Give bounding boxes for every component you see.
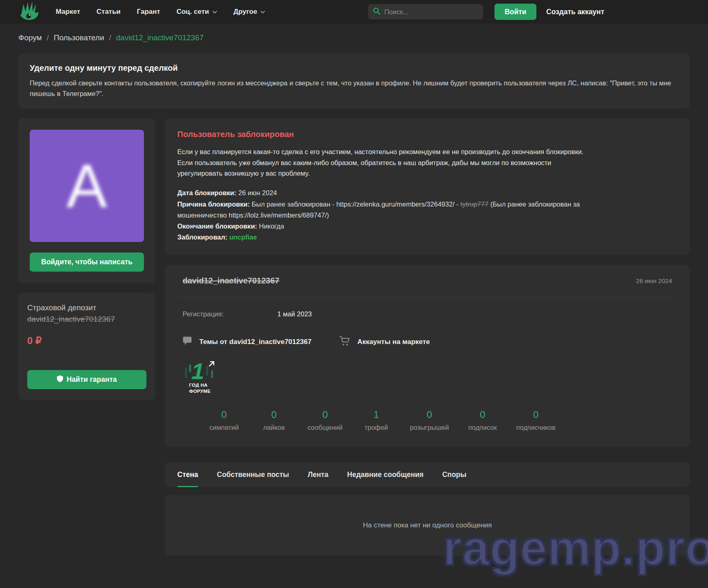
stat-giveaways[interactable]: 0 розыгрышей <box>410 409 449 431</box>
eye-logo-icon <box>18 1 39 22</box>
stat-label: лайков <box>258 424 290 431</box>
wall-empty-message: На стене пока нет ни одного сообщения <box>363 521 492 529</box>
notice-title: Уделите одну минуту перед сделкой <box>30 63 678 73</box>
stat-followers[interactable]: 0 подписчиков <box>516 409 556 431</box>
ban-title: Пользователь заблокирован <box>177 130 678 139</box>
stat-value: 0 <box>516 409 556 420</box>
deposit-title: Страховой депозит <box>27 303 146 312</box>
market-accounts-label: Аккаунты на маркете <box>357 338 430 346</box>
tab-wall[interactable]: Стена <box>177 462 198 487</box>
nav-other[interactable]: Другое <box>233 8 265 16</box>
ban-reason-text: Был ранее заблокирован - https://zelenka… <box>250 200 460 208</box>
stat-value: 0 <box>208 409 240 420</box>
badge-number: 1 <box>192 358 204 384</box>
find-guarantor-label: Найти гаранта <box>67 375 117 384</box>
stat-value: 0 <box>258 409 290 420</box>
ban-reason-row: Причина блокировки: Был ранее заблокиров… <box>177 199 586 221</box>
notice-body: Перед сделкой сверьте контакты пользоват… <box>30 78 678 99</box>
breadcrumb-separator: / <box>47 33 49 42</box>
registration-label: Регистрация: <box>183 310 277 318</box>
find-guarantor-button[interactable]: Найти гаранта <box>27 370 146 389</box>
deposit-username: david12_inactive7012367 <box>27 315 146 324</box>
one-year-on-forum-badge[interactable]: 1 ГОД НА ФОРУМЕ <box>183 360 227 393</box>
nav-social[interactable]: Соц. сети <box>176 8 217 16</box>
deal-warning-notice: Уделите одну минуту перед сделкой Перед … <box>18 54 690 109</box>
ban-by-moderator-link[interactable]: uncpfiae <box>229 233 257 241</box>
profile-sidebar: A Войдите, чтобы написать Страховой депо… <box>18 118 155 400</box>
site-logo[interactable] <box>18 2 39 22</box>
avatar-letter: A <box>66 151 107 221</box>
stat-value: 1 <box>360 409 392 420</box>
nav-guarantor-label: Гарант <box>137 8 160 16</box>
breadcrumb: Форум / Пользователи / david12_inactive7… <box>18 33 690 42</box>
register-link[interactable]: Создать аккаунт <box>546 8 604 16</box>
ban-details: Дата блокировки: 26 июн 2024 Причина бло… <box>177 187 586 243</box>
tab-feed[interactable]: Лента <box>308 462 329 487</box>
registration-date: 1 май 2023 <box>277 310 312 318</box>
profile-main: Пользователь заблокирован Если у вас пла… <box>165 118 690 555</box>
page-content: Форум / Пользователи / david12_inactive7… <box>0 33 708 555</box>
ban-date-row: Дата блокировки: 26 июн 2024 <box>177 187 586 198</box>
arrow-up-right-icon <box>208 360 215 369</box>
nav-market[interactable]: Маркет <box>56 8 80 16</box>
user-topics-label: Темы от david12_inactive7012367 <box>199 338 312 346</box>
ban-notice-card: Пользователь заблокирован Если у вас пла… <box>165 118 690 255</box>
tab-recent-messages[interactable]: Недавние сообщения <box>347 462 424 487</box>
stat-sympathies[interactable]: 0 симпатий <box>208 409 240 431</box>
stat-label: трофей <box>360 424 392 431</box>
login-button[interactable]: Войти <box>495 4 536 20</box>
ban-by-row: Заблокировал: uncpfiae <box>177 232 586 243</box>
badge-caption: ГОД НА ФОРУМЕ <box>189 382 218 394</box>
ban-date-value: 26 июн 2024 <box>237 189 277 196</box>
breadcrumb-forum[interactable]: Форум <box>18 33 42 42</box>
shield-icon <box>57 375 63 384</box>
registration-row: Регистрация: 1 май 2023 <box>177 310 678 318</box>
login-to-write-button[interactable]: Войдите, чтобы написать <box>30 253 144 272</box>
stat-messages[interactable]: 0 сообщений <box>307 409 342 431</box>
nav-guarantor[interactable]: Гарант <box>137 8 160 16</box>
stat-label: розыгрышей <box>410 424 449 431</box>
chat-bubble-icon <box>183 336 192 348</box>
ban-end-value: Никогда <box>257 222 284 230</box>
ban-body: Если у вас планируется какая-то сделка с… <box>177 146 598 179</box>
stat-trophies[interactable]: 1 трофей <box>360 409 392 431</box>
stat-label: сообщений <box>307 424 342 431</box>
profile-card: david12_inactive7012367 26 июн 2024 Реги… <box>165 265 690 447</box>
ban-date-label: Дата блокировки: <box>177 189 237 196</box>
profile-username: david12_inactive7012367 <box>183 276 279 285</box>
search-input[interactable] <box>384 8 478 16</box>
chevron-down-icon <box>260 8 265 16</box>
cart-icon <box>339 336 350 348</box>
stat-value: 0 <box>307 409 342 420</box>
breadcrumb-current-user[interactable]: david12_inactive7012367 <box>116 33 204 42</box>
nav-other-label: Другое <box>233 8 257 16</box>
tab-disputes[interactable]: Споры <box>442 462 466 487</box>
profile-ban-date: 26 июн 2024 <box>636 276 672 285</box>
nav-articles-label: Статьи <box>96 8 120 16</box>
ban-end-label: Окончание блокировки: <box>177 222 257 230</box>
stat-following[interactable]: 0 подписок <box>466 409 499 431</box>
tab-own-posts[interactable]: Собственные посты <box>217 462 289 487</box>
avatar-card: A Войдите, чтобы написать <box>18 118 155 283</box>
user-topics-link[interactable]: Темы от david12_inactive7012367 <box>183 336 312 348</box>
stat-label: подписчиков <box>516 424 556 431</box>
stat-label: симпатий <box>208 424 240 431</box>
ban-reason-struck-username: tytrup777 <box>460 200 488 208</box>
header: Маркет Статьи Гарант Соц. сети Другое Во… <box>0 0 708 24</box>
profile-tabs: Стена Собственные посты Лента Недавние с… <box>165 462 690 487</box>
main-nav: Маркет Статьи Гарант Соц. сети Другое <box>56 8 265 16</box>
avatar[interactable]: A <box>30 130 144 242</box>
chevron-down-icon <box>212 8 217 16</box>
search-box[interactable] <box>368 4 483 20</box>
profile-header: david12_inactive7012367 26 июн 2024 <box>177 276 678 285</box>
divider <box>177 298 678 298</box>
market-accounts-link[interactable]: Аккаунты на маркете <box>339 336 430 348</box>
profile-links-row: Темы от david12_inactive7012367 Аккаунты… <box>177 336 678 348</box>
wall-card: На стене пока нет ни одного сообщения <box>165 495 690 555</box>
search-icon <box>373 7 381 17</box>
stat-likes[interactable]: 0 лайков <box>258 409 290 431</box>
breadcrumb-users[interactable]: Пользователи <box>54 33 104 42</box>
profile-stats: 0 симпатий 0 лайков 0 сообщений 1 трофей <box>177 393 678 447</box>
deposit-amount: 0 ₽ <box>27 335 146 346</box>
nav-articles[interactable]: Статьи <box>96 8 120 16</box>
